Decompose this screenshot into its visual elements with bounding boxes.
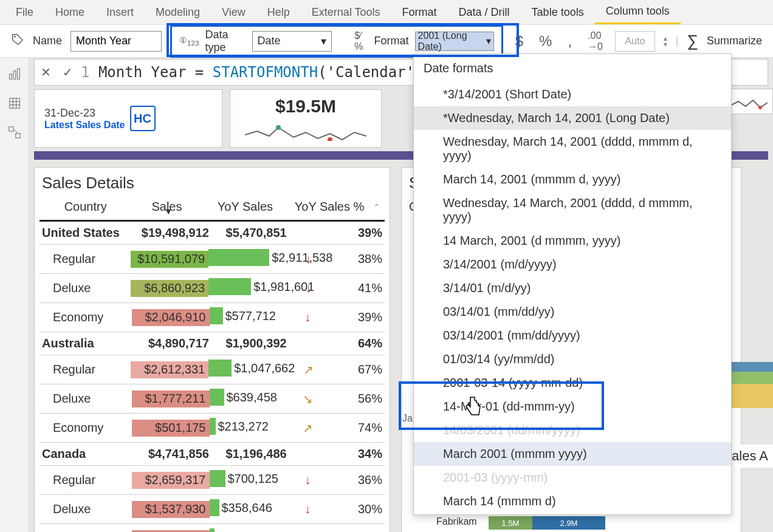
tab-file[interactable]: File xyxy=(5,1,44,24)
percent-button[interactable]: % xyxy=(535,33,555,50)
tab-external-tools[interactable]: External Tools xyxy=(301,1,391,24)
date-format-option[interactable]: 03/14/01 (mm/dd/yy) xyxy=(414,300,731,324)
report-view-icon[interactable] xyxy=(8,67,21,83)
table-row[interactable]: Deluxe $1,537,930 $358,646 ↓ 30% xyxy=(35,495,390,523)
svg-rect-2 xyxy=(13,71,16,80)
table-group-row[interactable]: United States$19,498,912$5,470,85139% xyxy=(35,222,390,244)
svg-point-14 xyxy=(758,106,762,109)
date-format-option[interactable]: Wednesday, 14 March, 2001 (dddd, d mmmm,… xyxy=(414,191,731,229)
date-format-option[interactable]: *3/14/2001 (Short Date) xyxy=(414,83,731,106)
tab-data-drill[interactable]: Data / Drill xyxy=(448,1,521,24)
comma-button[interactable]: , xyxy=(564,33,575,50)
dropdown-header: Date formats xyxy=(414,54,731,83)
table-row[interactable]: Regular $2,659,317 $700,125 ↓ 36% xyxy=(35,466,390,494)
formula-text[interactable]: 1 Month Year = STARTOFMONTH('Calendar'[D… xyxy=(78,64,441,81)
date-format-dropdown[interactable]: Date formats *3/14/2001 (Short Date)*Wed… xyxy=(413,53,732,515)
view-rail xyxy=(0,58,29,532)
date-format-option[interactable]: 03/14/2001 (mm/dd/yyyy) xyxy=(414,324,731,347)
date-format-option[interactable]: 2001-03-14 (yyyy-mm-dd) xyxy=(414,371,731,395)
date-format-option[interactable]: 2001-03 (yyyy-mm) xyxy=(414,466,731,489)
table-row[interactable]: Economy $2,046,910 $577,712 ↓ 39% xyxy=(35,303,390,332)
table-row[interactable]: Regular $2,612,331 $1,047,662 ↗ 67% xyxy=(35,355,390,384)
sparkline-icon xyxy=(245,121,366,141)
tab-column-tools[interactable]: Column tools xyxy=(595,0,681,24)
svg-point-13 xyxy=(328,137,332,141)
tab-modeling[interactable]: Modeling xyxy=(145,1,211,24)
table-group-row[interactable]: Australia$4,890,717$1,900,39264% xyxy=(35,332,390,355)
table-row[interactable]: Economy $544,609 $137,715 ↓ 34% xyxy=(35,524,390,532)
svg-rect-3 xyxy=(17,69,19,79)
date-format-option[interactable]: 3/14/01 (m/d/yy) xyxy=(414,276,731,300)
ribbon: FileHomeInsertModelingViewHelpExternal T… xyxy=(0,0,773,25)
table-row[interactable]: Regular $10,591,079 $2,911,538 ↓ 38% xyxy=(35,245,390,273)
date-format-option[interactable]: March 14 (mmmm d) xyxy=(414,489,731,513)
svg-line-11 xyxy=(13,129,18,134)
table-header: Country Sales▼ YoY Sales YoY Sales % ⌃ xyxy=(35,196,390,220)
stepper-icon[interactable]: ▴▾ xyxy=(664,35,667,47)
tag-icon xyxy=(11,33,24,49)
svg-rect-17 xyxy=(729,362,773,372)
sparkline-icon xyxy=(731,95,768,110)
fabrikam-bar: 1.5M 2.9M xyxy=(489,516,605,530)
tab-home[interactable]: Home xyxy=(44,1,95,24)
summarize-label: Summarize xyxy=(707,35,762,47)
svg-point-12 xyxy=(276,125,281,130)
chevron-down-icon: ▾ xyxy=(321,35,326,48)
total-sales-card[interactable]: $19.5M xyxy=(230,89,382,148)
decimals-button[interactable]: .00→0 xyxy=(584,30,606,52)
date-format-option[interactable]: 01 (yy) xyxy=(414,513,731,515)
tab-format[interactable]: Format xyxy=(391,1,448,24)
chevron-down-icon: ▾ xyxy=(486,35,491,47)
svg-rect-15 xyxy=(729,383,773,408)
svg-rect-4 xyxy=(9,98,19,109)
sigma-icon: ∑ xyxy=(687,32,698,50)
date-format-option[interactable]: 14-Mar-01 (dd-mmm-yy) xyxy=(414,395,731,418)
name-label: Name xyxy=(33,35,62,47)
sales-details-panel[interactable]: Sales Details Country Sales▼ YoY Sales Y… xyxy=(34,167,390,532)
svg-rect-16 xyxy=(729,370,773,384)
col-country[interactable]: Country xyxy=(42,200,129,214)
date-format-option[interactable]: 01/03/14 (yy/mm/dd) xyxy=(414,347,731,371)
svg-rect-9 xyxy=(9,127,13,131)
date-format-option[interactable]: 3/14/2001 (m/d/yyyy) xyxy=(414,253,731,276)
format-label: Format xyxy=(374,35,409,47)
auto-decimals-input[interactable]: Auto xyxy=(615,31,655,52)
datatype-select[interactable]: Date▾ xyxy=(252,31,332,52)
date-format-option[interactable]: *Wednesday, March 14, 2001 (Long Date) xyxy=(414,106,731,130)
tab-help[interactable]: Help xyxy=(256,1,301,24)
svg-rect-10 xyxy=(15,134,19,138)
date-format-option[interactable]: Wednesday, March 14, 2001 (dddd, mmmm d,… xyxy=(414,130,731,168)
data-view-icon[interactable] xyxy=(8,97,21,112)
date-format-option[interactable]: March 2001 (mmmm yyyy) xyxy=(414,442,731,466)
tab-insert[interactable]: Insert xyxy=(95,1,145,24)
model-view-icon[interactable] xyxy=(8,126,21,142)
table-group-row[interactable]: Canada$4,741,856$1,196,48634% xyxy=(35,443,390,465)
currency-button[interactable]: $ xyxy=(512,33,527,50)
svg-rect-1 xyxy=(9,74,12,79)
sort-desc-icon: ▼ xyxy=(164,206,173,216)
total-sales-value: $19.5M xyxy=(275,96,336,117)
axis-label-jan: Ja xyxy=(402,413,413,424)
column-name-input[interactable] xyxy=(70,31,162,52)
col-yoy[interactable]: YoY Sales xyxy=(205,200,286,214)
table-row[interactable]: Deluxe $1,777,211 $639,458 ↘ 56% xyxy=(35,384,390,413)
table-row[interactable]: Deluxe $6,860,923 $1,981,601 ↓ 41% xyxy=(35,274,390,302)
date-format-option[interactable]: March 14, 2001 (mmmm d, yyyy) xyxy=(414,168,731,191)
format-select[interactable]: 2001 (Long Date)▾ xyxy=(415,32,494,51)
tab-view[interactable]: View xyxy=(211,1,256,24)
date-format-option[interactable]: 14/03/2001 (dd/mm/yyyy) xyxy=(414,418,731,442)
commit-formula-icon[interactable]: ✓ xyxy=(57,65,78,80)
area-chart-peek xyxy=(729,352,773,408)
latest-date-label: Latest Sales Date xyxy=(44,120,125,131)
expand-icon[interactable]: ⌃ xyxy=(373,202,382,212)
col-sales[interactable]: Sales▼ xyxy=(129,200,204,214)
latest-sales-date-card[interactable]: 31-Dec-23 Latest Sales Date HC xyxy=(34,89,222,148)
col-pct[interactable]: YoY Sales % xyxy=(286,200,373,214)
table-row[interactable]: Economy $501,175 $213,272 ↗ 74% xyxy=(35,414,390,442)
date-format-option[interactable]: 14 March, 2001 (d mmmm, yyyy) xyxy=(414,229,731,253)
latest-date-value: 31-Dec-23 xyxy=(44,107,125,120)
tab-table-tools[interactable]: Table tools xyxy=(521,1,595,24)
logo-icon: HC xyxy=(130,106,156,131)
cancel-formula-icon[interactable]: ✕ xyxy=(35,65,57,80)
datatype-label: Data type xyxy=(205,29,246,54)
